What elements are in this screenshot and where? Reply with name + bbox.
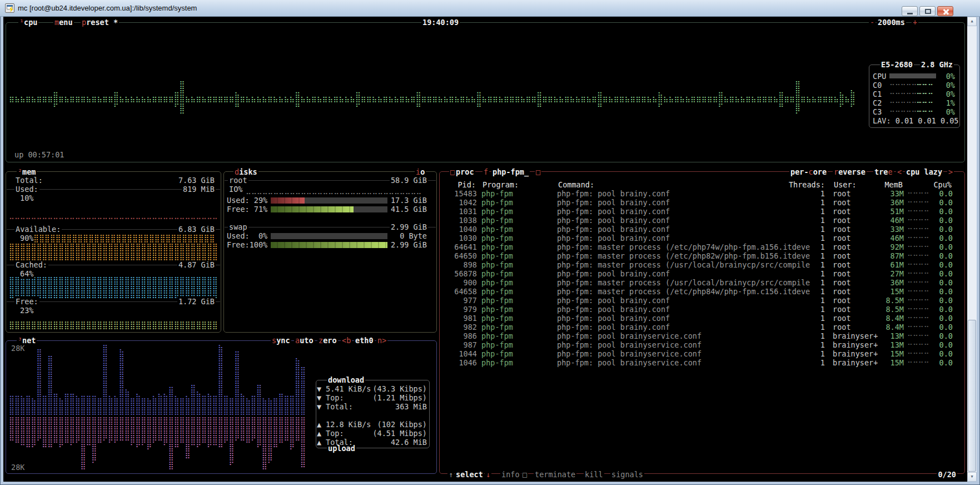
process-user: root [833, 278, 851, 287]
load-average: LAV: 0.01 0.01 0.05 [873, 116, 958, 125]
process-mem-meter: ⠒⠒⠒⠒ [907, 225, 929, 234]
column-header-memb[interactable]: MemB [883, 180, 904, 189]
scroll-down-icon[interactable]: ↓ [485, 470, 491, 479]
download-arrow-icon: ▼ [317, 402, 321, 411]
process-cpu: 0.0 [939, 234, 953, 242]
process-threads: 1 [820, 198, 825, 207]
process-cpu: 0.0 [939, 331, 953, 340]
cpu-meter-label: CPU [873, 72, 886, 81]
process-pid: 64658 [454, 287, 477, 296]
disk-meter-value: 17.3 GiB [390, 196, 428, 205]
process-user: root [833, 260, 851, 269]
process-mem: 13M [891, 340, 904, 349]
process-cpu: 0.0 [939, 242, 953, 251]
process-count: 0/20 [937, 470, 957, 479]
interval-increase-button[interactable]: + [912, 18, 918, 27]
process-cpu: 0.0 [939, 198, 953, 207]
net-stat-value: 363 MiB [395, 402, 427, 411]
process-user: root [833, 207, 851, 216]
scrollbar-thumb[interactable] [968, 320, 976, 472]
process-user: root [833, 189, 851, 198]
process-program: php-fpm [481, 216, 513, 225]
cpu-cstate-meter-active: ⠒ [928, 98, 933, 107]
preset-button[interactable]: preset * [81, 18, 119, 27]
process-command: php-fpm: pool brainy.conf [557, 269, 670, 278]
net-interface-prev[interactable]: <b [341, 336, 352, 345]
info-button[interactable]: info [500, 470, 521, 479]
column-header-command[interactable]: Command: [557, 180, 595, 189]
kill-button[interactable]: kill [584, 470, 604, 479]
column-header-pid[interactable]: Pid: [456, 180, 477, 189]
sort-prev-button[interactable]: < [896, 167, 903, 176]
process-threads: 1 [820, 278, 825, 287]
process-pid: 979 [464, 305, 477, 314]
process-pid: 64650 [454, 251, 477, 260]
mem-stat-value: 819 MiB [182, 185, 216, 194]
process-cpu: 0.0 [939, 305, 953, 314]
process-mem-meter: ⠒⠒⠒⠒ [907, 242, 929, 251]
process-filter-input[interactable]: php-fpm_ [491, 167, 530, 176]
mem-stat-percent: 23% [19, 306, 34, 315]
process-mem: 8.5M [886, 305, 904, 314]
process-mem-meter: ⠒⠒⠒⠒ [907, 269, 929, 278]
process-mem-meter: ⠒⠒⠒⠒ [907, 234, 929, 242]
column-header-cpu[interactable]: Cpu% [932, 180, 953, 189]
column-header-user[interactable]: User: [833, 180, 858, 189]
update-interval: 2000ms [877, 18, 906, 27]
column-header-threads[interactable]: Threads: [788, 180, 826, 189]
process-threads: 1 [820, 358, 825, 367]
net-stat-label: Top: [326, 393, 344, 402]
column-header-program[interactable]: Program: [481, 180, 520, 189]
disks-io-toggle[interactable]: io [415, 167, 426, 176]
net-sync-button[interactable]: sync [271, 336, 291, 345]
cpu-meter-label: C2 [873, 98, 882, 107]
disk-meter-value: 2.99 GiB [390, 240, 428, 249]
process-mem-meter: ⠒⠒⠒⠒ [907, 314, 929, 323]
disk-meter [271, 233, 387, 239]
process-command: php-fpm: master process (/usr/local/brai… [557, 260, 810, 269]
process-command: php-fpm: master process (/etc/php74w/php… [557, 242, 810, 251]
enter-icon: □ [521, 470, 528, 479]
interval-decrease-button[interactable]: - [869, 18, 875, 27]
filter-clear-button[interactable]: □ [535, 167, 541, 176]
net-stat-label: Top: [326, 429, 344, 438]
scrollbar-down-arrow[interactable]: ▼ [967, 472, 977, 482]
process-program: php-fpm [481, 198, 513, 207]
signals-button[interactable]: signals [610, 470, 644, 479]
process-mem-meter: ⠒⠒⠒⠒ [907, 349, 929, 358]
process-mem-meter: ⠒⠒⠒⠒ [907, 331, 929, 340]
cpu-meter-value: 1% [946, 98, 955, 107]
tree-toggle[interactable]: tree [873, 167, 894, 176]
process-user: brainyser+ [833, 349, 878, 358]
net-stat-label: 5.41 KiB/s [326, 384, 371, 393]
process-mem-meter: ⠒⠒⠒⠒ [907, 251, 929, 260]
process-program: php-fpm [481, 314, 513, 323]
reverse-toggle[interactable]: reverse [833, 167, 867, 176]
process-program: php-fpm [481, 189, 513, 198]
per-core-toggle[interactable]: per-core [789, 167, 828, 176]
net-interface-next[interactable]: n> [376, 336, 387, 345]
scroll-up-icon[interactable]: ↑ [447, 470, 454, 479]
process-command: php-fpm: pool brainy.conf [557, 189, 670, 198]
process-user: root [833, 323, 851, 331]
process-mem-meter: ⠒⠒⠒⠒ [907, 189, 929, 198]
process-mem-meter: ⠒⠒⠒⠒ [907, 305, 929, 314]
scrollbar-up-arrow[interactable]: ▲ [967, 17, 977, 26]
mem-stat-percent: 64% [19, 269, 34, 278]
process-command: php-fpm: master process (/usr/local/brai… [557, 278, 810, 287]
process-command: php-fpm: pool brainy.conf [557, 234, 670, 242]
process-mem: 92M [891, 242, 904, 251]
process-pid: 977 [464, 296, 477, 305]
process-user: root [833, 242, 851, 251]
process-pid: 1038 [459, 216, 477, 225]
net-zero-button[interactable]: zero [317, 336, 338, 345]
terminate-button[interactable]: terminate [534, 470, 576, 479]
process-user: root [833, 234, 851, 242]
process-mem-meter: ⠒⠒⠒⠒ [907, 323, 929, 331]
menu-button[interactable]: menu [53, 18, 74, 27]
sort-next-button[interactable]: > [947, 167, 954, 176]
process-pid: 64641 [454, 242, 477, 251]
net-auto-button[interactable]: auto [294, 336, 315, 345]
process-mem: 8.5M [886, 296, 904, 305]
process-user: brainyser+ [833, 340, 878, 349]
